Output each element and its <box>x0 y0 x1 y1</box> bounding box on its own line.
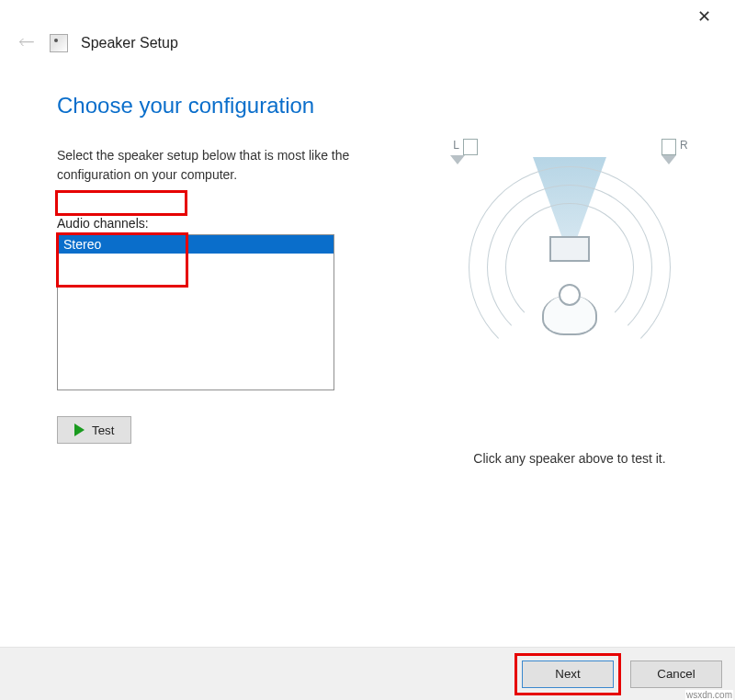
instruction-text: Select the speaker setup below that is m… <box>57 146 360 185</box>
page-heading: Choose your configuration <box>57 93 388 119</box>
speaker-cone-icon <box>662 155 676 164</box>
annotation-box-label <box>55 190 187 216</box>
content-area: Choose your configuration Select the spe… <box>0 62 735 466</box>
speaker-diagram: L R <box>450 148 689 387</box>
close-button[interactable]: ✕ <box>685 0 722 33</box>
test-button[interactable]: Test <box>57 416 131 444</box>
back-arrow-icon[interactable]: 🡐 <box>17 33 37 52</box>
next-button-label: Next <box>555 667 580 681</box>
window-title: Speaker Setup <box>81 35 178 51</box>
cancel-button-label: Cancel <box>657 667 695 681</box>
test-button-label: Test <box>92 423 114 437</box>
speaker-cone-icon <box>450 155 465 164</box>
right-column: L R Click any speaker above to test it. <box>423 93 717 466</box>
device-icon <box>549 236 590 262</box>
speaker-icon <box>50 34 68 52</box>
left-speaker-label: L <box>453 139 459 152</box>
title-bar: ✕ <box>0 0 735 33</box>
audio-channels-label: Audio channels: <box>57 216 149 231</box>
wizard-footer: Next Cancel <box>0 647 735 700</box>
diagram-hint: Click any speaker above to test it. <box>473 451 665 466</box>
right-speaker-label: R <box>680 139 688 152</box>
speaker-icon <box>463 139 478 155</box>
listener-head-icon <box>559 284 581 306</box>
cancel-button[interactable]: Cancel <box>630 660 722 688</box>
annotation-box-next: Next <box>514 653 621 695</box>
left-speaker[interactable]: L <box>450 139 478 175</box>
play-icon <box>74 423 85 436</box>
watermark: wsxdn.com <box>685 690 733 700</box>
left-column: Choose your configuration Select the spe… <box>57 93 388 466</box>
speaker-icon <box>662 139 676 155</box>
right-speaker[interactable]: R <box>662 139 689 175</box>
wizard-header: 🡐 Speaker Setup <box>0 33 735 62</box>
next-button[interactable]: Next <box>522 660 614 688</box>
annotation-box-item <box>56 232 188 288</box>
audio-channels-listbox[interactable]: Stereo <box>57 234 334 390</box>
